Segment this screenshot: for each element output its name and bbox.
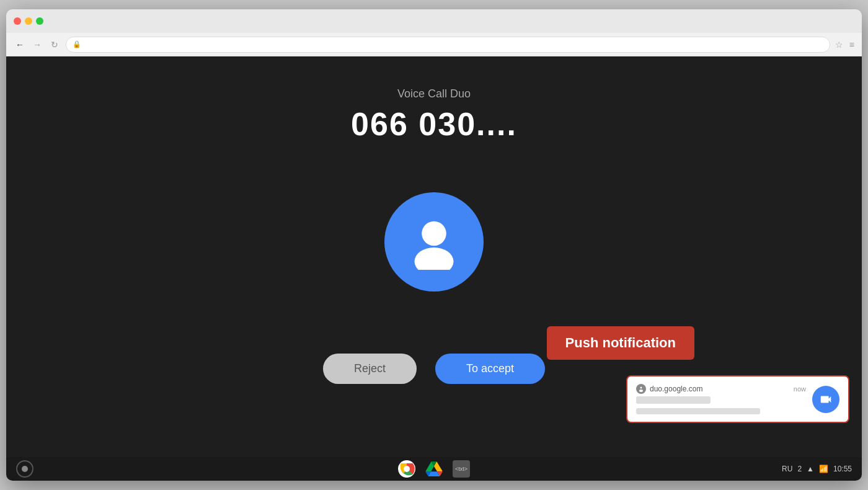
taskbar-center: <txt> <box>398 460 470 478</box>
push-notification-label: Push notification <box>547 326 694 360</box>
txt-label: <txt> <box>455 466 467 472</box>
nav-right: ☆ ≡ <box>835 40 854 50</box>
avatar <box>384 192 484 292</box>
record-dot <box>22 466 28 472</box>
site-icon <box>636 384 646 394</box>
browser-window: ← → ↻ 🔒 ☆ ≡ Voice Call Duo 066 030.... R… <box>6 9 862 481</box>
notification-time: now <box>794 385 806 393</box>
time-display: 10:55 <box>833 465 852 473</box>
bookmark-icon[interactable]: ☆ <box>835 40 843 50</box>
address-bar[interactable]: 🔒 <box>66 37 830 53</box>
notification-body <box>636 408 760 414</box>
call-buttons: Reject To accept <box>323 354 545 384</box>
traffic-lights <box>14 17 43 25</box>
notification-header: duo.google.com now <box>636 384 806 394</box>
svg-point-7 <box>404 466 410 472</box>
svg-point-4 <box>639 390 643 392</box>
close-button[interactable] <box>14 17 21 25</box>
taskbar-right: RU 2 ▲ 📶 10:55 <box>782 465 852 473</box>
wifi-count: 2 <box>797 465 802 473</box>
svg-point-0 <box>422 221 446 246</box>
title-bar <box>6 9 862 33</box>
video-call-icon <box>812 386 839 413</box>
notification-title <box>636 396 711 404</box>
content-area: Voice Call Duo 066 030.... Reject To acc… <box>6 56 862 457</box>
maximize-button[interactable] <box>36 17 43 25</box>
language-indicator: RU <box>782 465 792 473</box>
phone-number: 066 030.... <box>351 105 517 143</box>
wifi-icon: ▲ <box>807 465 814 473</box>
menu-icon[interactable]: ≡ <box>849 40 854 50</box>
notification-content: duo.google.com now <box>636 384 806 414</box>
txt-taskbar-icon[interactable]: <txt> <box>453 460 470 478</box>
svg-point-1 <box>415 247 454 270</box>
record-button[interactable] <box>16 460 33 478</box>
lock-icon: 🔒 <box>73 40 81 48</box>
reject-button[interactable]: Reject <box>323 354 417 384</box>
refresh-button[interactable]: ↻ <box>48 38 61 51</box>
taskbar: <txt> RU 2 ▲ 📶 10:55 <box>6 457 862 481</box>
forward-button[interactable]: → <box>31 38 43 51</box>
call-label: Voice Call Duo <box>397 87 471 100</box>
battery-icon: 📶 <box>819 465 828 473</box>
back-button[interactable]: ← <box>14 38 26 51</box>
chrome-taskbar-icon[interactable] <box>398 460 415 478</box>
person-icon <box>406 214 462 270</box>
notification-popup[interactable]: duo.google.com now <box>626 375 849 423</box>
accept-button[interactable]: To accept <box>435 354 545 384</box>
svg-point-3 <box>640 387 642 389</box>
taskbar-left <box>16 460 33 478</box>
nav-bar: ← → ↻ 🔒 ☆ ≡ <box>6 33 862 56</box>
minimize-button[interactable] <box>25 17 32 25</box>
drive-taskbar-icon[interactable] <box>425 460 443 478</box>
notification-site: duo.google.com <box>650 385 790 393</box>
